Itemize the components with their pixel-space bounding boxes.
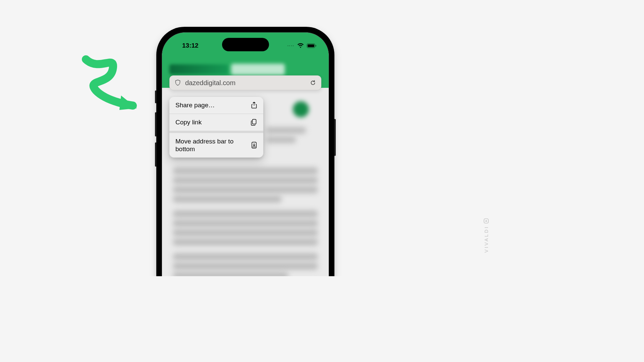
blurred-text <box>266 127 306 134</box>
reload-icon[interactable] <box>310 79 316 86</box>
blurred-text <box>173 229 318 236</box>
phone-frame: 13:12 <box>156 27 334 276</box>
shield-icon[interactable] <box>174 79 181 86</box>
menu-item-share-page[interactable]: Share page… <box>169 97 263 114</box>
svg-rect-4 <box>253 119 256 124</box>
share-icon <box>251 102 257 109</box>
menu-item-copy-link[interactable]: Copy link <box>169 114 263 131</box>
menu-item-move-address-bar[interactable]: Move address bar to bottom <box>169 131 263 158</box>
blurred-text <box>173 238 318 246</box>
vivaldi-logo-icon <box>484 219 489 224</box>
blurred-text <box>173 167 318 175</box>
blurred-text <box>173 220 318 227</box>
svg-rect-2 <box>308 44 314 47</box>
phone-volume-down <box>155 142 157 167</box>
blurred-text <box>173 262 318 270</box>
blurred-text <box>266 136 296 143</box>
watermark-text: VIVALDI <box>484 226 489 253</box>
vivaldi-watermark: VIVALDI <box>484 219 489 253</box>
blurred-avatar <box>293 101 309 117</box>
phone-silent-switch <box>155 90 157 103</box>
svg-rect-3 <box>316 45 316 47</box>
cellular-dots-icon <box>287 45 294 46</box>
battery-icon <box>307 43 317 48</box>
menu-item-label: Move address bar to bottom <box>175 137 236 154</box>
phone-volume-up <box>155 112 157 136</box>
status-bar: 13:12 <box>162 41 329 51</box>
blurred-text <box>173 177 318 184</box>
blurred-text <box>173 186 318 193</box>
address-bar-url[interactable]: dazeddigital.com <box>185 79 306 87</box>
phone-screen: 13:12 <box>162 33 329 276</box>
attention-arrow-icon <box>81 55 141 112</box>
dock-bottom-icon <box>251 141 257 149</box>
phone-power-button <box>334 119 336 156</box>
blurred-text <box>173 272 288 276</box>
blurred-header-content <box>169 64 228 74</box>
address-bar[interactable]: dazeddigital.com <box>169 75 321 90</box>
menu-item-label: Share page… <box>175 101 215 109</box>
blurred-text <box>173 210 318 218</box>
status-time: 13:12 <box>182 42 199 49</box>
blurred-text <box>173 253 318 260</box>
menu-item-label: Copy link <box>175 118 202 126</box>
wifi-icon <box>297 43 304 48</box>
copy-icon <box>250 119 257 126</box>
address-bar-context-menu: Share page… Copy link <box>169 97 263 158</box>
blurred-text <box>173 195 282 203</box>
blurred-header-content <box>231 64 285 75</box>
